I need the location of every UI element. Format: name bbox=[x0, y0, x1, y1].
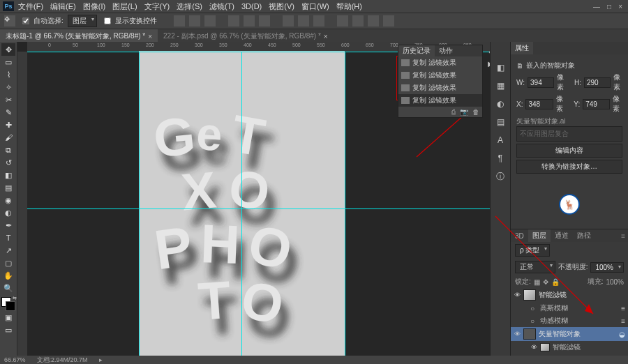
marquee-tool[interactable]: ▭ bbox=[1, 56, 15, 68]
window-minimize[interactable]: — bbox=[593, 3, 600, 10]
actions-tab[interactable]: 动作 bbox=[435, 45, 457, 56]
ruler-vertical[interactable] bbox=[17, 52, 28, 356]
color-swatches[interactable]: ⇆ bbox=[1, 297, 15, 311]
align-left-icon[interactable] bbox=[228, 15, 239, 26]
menu-view[interactable]: 视图(V) bbox=[269, 1, 294, 12]
guide-vertical[interactable] bbox=[345, 52, 345, 356]
filter-entry[interactable]: ○动感模糊≡ bbox=[511, 314, 628, 327]
history-panel[interactable]: 历史记录 动作 复制 滤镜效果 复制 滤镜效果 复制 滤镜效果 复制 滤镜效果 … bbox=[398, 45, 483, 118]
tab-close-icon[interactable]: × bbox=[148, 33, 152, 40]
guide-vertical[interactable] bbox=[139, 52, 140, 356]
opacity-input[interactable]: 100% bbox=[590, 262, 624, 273]
shape-tool[interactable]: ▢ bbox=[1, 257, 15, 269]
guide-horizontal[interactable] bbox=[27, 208, 490, 209]
align-top-icon[interactable] bbox=[174, 15, 185, 26]
lock-pixels-icon[interactable]: ▦ bbox=[534, 278, 540, 286]
layers-list[interactable]: 👁 智能滤镜 ○高斯模糊≡ ○动感模糊≡ 👁 矢量智能对象 ◒ 👁智能滤镜 ○动… bbox=[511, 288, 628, 356]
3d-zoom-icon[interactable] bbox=[383, 15, 394, 26]
menu-window[interactable]: 窗口(W) bbox=[301, 1, 329, 12]
move-tool-icon[interactable]: ✥ bbox=[4, 15, 15, 26]
layer-row-selected[interactable]: 👁 矢量智能对象 ◒ bbox=[511, 327, 628, 341]
3d-pan-icon[interactable] bbox=[368, 15, 379, 26]
menu-edit[interactable]: 编辑(E) bbox=[50, 1, 76, 12]
menu-3d[interactable]: 3D(D) bbox=[241, 2, 262, 10]
convert-linked-button[interactable]: 转换为链接对象… bbox=[516, 160, 622, 174]
eyedropper-tool[interactable]: ✎ bbox=[1, 106, 15, 119]
visibility-toggle[interactable]: 👁 bbox=[514, 331, 521, 338]
layer-filter-dropdown[interactable]: ρ 类型 bbox=[515, 244, 550, 257]
path-select-tool[interactable]: ↗ bbox=[1, 244, 15, 257]
background-swatch[interactable] bbox=[6, 301, 15, 311]
pen-tool[interactable]: ✒ bbox=[1, 219, 15, 232]
distribute-3-icon[interactable] bbox=[313, 15, 324, 26]
menu-layer[interactable]: 图层(L) bbox=[112, 1, 137, 12]
doc-size-readout[interactable]: 文档:2.94M/20.7M bbox=[37, 356, 88, 365]
menu-filter[interactable]: 滤镜(T) bbox=[209, 1, 234, 12]
hand-tool[interactable]: ✋ bbox=[1, 269, 15, 282]
distribute-h-icon[interactable] bbox=[283, 15, 294, 26]
panel-collapse-icon[interactable]: « bbox=[488, 48, 490, 56]
properties-tab[interactable]: 属性 bbox=[511, 42, 533, 54]
guide-vertical[interactable] bbox=[241, 52, 242, 356]
eraser-tool[interactable]: ◧ bbox=[1, 169, 15, 181]
quickmask-toggle[interactable]: ▣ bbox=[1, 311, 15, 324]
move-tool[interactable]: ✥ bbox=[1, 43, 15, 56]
3d-mode-icon[interactable] bbox=[337, 15, 348, 26]
lock-position-icon[interactable]: ✥ bbox=[543, 278, 548, 286]
window-maximize[interactable]: □ bbox=[607, 3, 611, 10]
document-tab-active[interactable]: 未标题-1 @ 66.7% (矢量智能对象, RGB/8#) * × bbox=[0, 29, 158, 43]
show-transform-checkbox[interactable]: 显示变换控件 bbox=[101, 15, 157, 26]
visibility-toggle[interactable]: 👁 bbox=[514, 291, 521, 298]
lasso-tool[interactable]: ⌇ bbox=[1, 68, 15, 81]
wand-tool[interactable]: ✧ bbox=[1, 81, 15, 93]
menu-help[interactable]: 帮助(H) bbox=[336, 1, 362, 12]
align-hcenter-icon[interactable] bbox=[244, 15, 255, 26]
blur-tool[interactable]: ◉ bbox=[1, 194, 15, 206]
history-trash-icon[interactable]: 🗑 bbox=[472, 108, 479, 116]
tab-paths[interactable]: 路径 bbox=[573, 229, 595, 242]
menu-text[interactable]: 文字(Y) bbox=[144, 1, 170, 12]
auto-select-checkbox[interactable]: 自动选择: bbox=[20, 15, 63, 26]
history-row[interactable]: 复制 滤镜效果 bbox=[398, 82, 482, 94]
swatches-panel-icon[interactable]: ▦ bbox=[494, 79, 507, 92]
stamp-tool[interactable]: ⧉ bbox=[1, 144, 15, 156]
layer-row[interactable]: 👁 智能滤镜 bbox=[511, 288, 628, 302]
filter-entry[interactable]: ○高斯模糊≡ bbox=[511, 302, 628, 314]
history-snapshot-icon[interactable]: ⎙ bbox=[451, 108, 456, 116]
info-panel-icon[interactable]: ⓘ bbox=[494, 170, 507, 183]
canvas-area[interactable]: 050 100150 200250 300350 400450 500550 6… bbox=[17, 42, 490, 356]
3d-orbit-icon[interactable] bbox=[352, 15, 364, 26]
window-close[interactable]: × bbox=[618, 3, 622, 10]
brush-tool[interactable]: 🖌 bbox=[1, 131, 15, 144]
auto-select-target-dropdown[interactable]: 图层 bbox=[68, 15, 97, 27]
fill-input[interactable]: 100% bbox=[606, 278, 624, 286]
styles-panel-icon[interactable]: ▤ bbox=[494, 116, 507, 128]
panel-menu-icon[interactable]: ≡ bbox=[621, 232, 628, 240]
character-panel-icon[interactable]: A bbox=[494, 134, 507, 146]
history-row[interactable]: 复制 滤镜效果 bbox=[398, 69, 482, 82]
menu-file[interactable]: 文件(F) bbox=[18, 1, 43, 12]
align-vcenter-icon[interactable] bbox=[189, 15, 200, 26]
tab-close-icon[interactable]: × bbox=[324, 33, 328, 40]
menu-select[interactable]: 选择(S) bbox=[177, 1, 202, 12]
blend-mode-dropdown[interactable]: 正常 bbox=[515, 261, 555, 273]
paragraph-panel-icon[interactable]: ¶ bbox=[494, 152, 507, 165]
align-right-icon[interactable] bbox=[259, 15, 270, 26]
history-newdoc-icon[interactable]: 📷 bbox=[460, 108, 468, 116]
adjustments-panel-icon[interactable]: ◐ bbox=[494, 98, 507, 110]
color-panel-icon[interactable]: ◧ bbox=[494, 61, 507, 74]
distribute-v-icon[interactable] bbox=[298, 15, 309, 26]
prop-height-input[interactable]: 290 bbox=[584, 77, 611, 88]
tab-3d[interactable]: 3D bbox=[511, 229, 528, 242]
document-tab-other[interactable]: 222 - 副本.psd @ 66.7% (矢量智能对象, RGB/8#) * … bbox=[158, 29, 334, 43]
align-bottom-icon[interactable] bbox=[204, 15, 216, 26]
text-tool[interactable]: T bbox=[1, 232, 15, 244]
prop-y-input[interactable]: 749 bbox=[583, 99, 610, 109]
tab-channels[interactable]: 通道 bbox=[551, 229, 573, 242]
screenmode-toggle[interactable]: ▭ bbox=[1, 324, 15, 336]
history-brush-tool[interactable]: ↺ bbox=[1, 156, 15, 169]
crop-tool[interactable]: ✂ bbox=[1, 93, 15, 106]
filter-entry[interactable]: 👁智能滤镜 bbox=[511, 341, 628, 354]
zoom-readout[interactable]: 66.67% bbox=[4, 356, 26, 363]
lock-all-icon[interactable]: 🔒 bbox=[551, 278, 560, 286]
